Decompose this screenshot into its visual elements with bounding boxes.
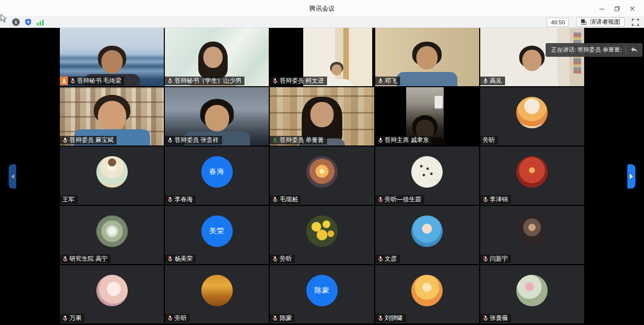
- security-shield-icon[interactable]: [24, 18, 32, 26]
- window-controls: [594, 0, 640, 17]
- participant-avatar-photo: [201, 275, 233, 306]
- fullscreen-icon[interactable]: [632, 19, 639, 26]
- participant-name: 研究生院 高宁: [69, 255, 108, 263]
- participant-tile[interactable]: 答辩委员 张贵祥: [165, 87, 269, 146]
- participant-tile[interactable]: 旁听: [480, 87, 584, 146]
- previous-page-button[interactable]: [9, 164, 16, 189]
- participant-name: 李泽锦: [490, 196, 508, 203]
- meeting-timer: 49:50: [547, 18, 569, 27]
- participant-tile[interactable]: 旁听: [165, 265, 269, 323]
- participant-tile[interactable]: 答辩委员 麻宝斌: [60, 87, 164, 146]
- meeting-window: 腾讯会议 i: [0, 0, 644, 325]
- participant-tile[interactable]: 研究生院 高宁: [60, 206, 164, 264]
- mic-muted-icon: [62, 315, 68, 321]
- participant-nameplate: 答辩秘书 毛琦梁: [60, 77, 124, 85]
- mic-speaking-icon: [272, 137, 278, 143]
- participant-name: 答辩委员 张贵祥: [174, 136, 219, 144]
- participant-name: 答辩主席 戚聿东: [385, 136, 429, 144]
- participant-avatar-photo: [306, 156, 338, 188]
- speaker-view-label: 演讲者视图: [590, 18, 620, 26]
- participant-tile[interactable]: 万果: [60, 265, 164, 323]
- participant-avatar-photo: [306, 215, 338, 247]
- participant-tile[interactable]: 张蔷薇: [480, 265, 584, 323]
- network-signal-icon[interactable]: [37, 19, 44, 26]
- participant-name: 刘骁啸: [385, 314, 403, 322]
- participant-name: 李春海: [174, 196, 193, 203]
- participant-name: 陈蒙: [279, 314, 292, 322]
- mic-on-icon: [167, 137, 173, 143]
- participant-tile[interactable]: 闫新宇: [480, 206, 584, 264]
- participant-nameplate: 李春海: [165, 195, 196, 204]
- participant-nameplate: 高见: [480, 77, 505, 85]
- reply-arrow-icon[interactable]: [630, 47, 638, 53]
- next-page-button[interactable]: [627, 164, 635, 189]
- mic-muted-icon: [272, 78, 278, 84]
- participant-tile[interactable]: 旁听—徐生霞: [375, 147, 479, 205]
- mic-muted-icon: [62, 256, 68, 262]
- participant-name: 答辩秘书 毛琦梁: [77, 77, 121, 85]
- participant-tile[interactable]: 陈蒙陈蒙: [270, 265, 374, 323]
- speaker-view-layout-icon: [581, 19, 587, 25]
- participant-name: 旁听: [483, 136, 495, 144]
- participant-nameplate: 李泽锦: [480, 195, 511, 204]
- participant-avatar-photo: [411, 215, 443, 247]
- participant-nameplate: 答辩委员 麻宝斌: [60, 136, 117, 145]
- participant-tile[interactable]: 邓飞: [375, 28, 479, 86]
- toast-divider: [626, 46, 626, 54]
- mic-muted-icon: [272, 256, 278, 262]
- participant-nameplate: 答辩主席 戚聿东: [375, 136, 432, 145]
- participant-nameplate: 陈蒙: [270, 314, 295, 322]
- participant-nameplate: 研究生院 高宁: [60, 255, 111, 263]
- participant-tile[interactable]: 旁听: [270, 206, 374, 264]
- participant-tile[interactable]: 王军: [60, 147, 164, 205]
- info-icon[interactable]: i: [12, 18, 20, 26]
- mic-muted-icon: [167, 78, 173, 84]
- mic-muted-icon: [483, 196, 488, 203]
- participant-nameplate: 旁听: [270, 255, 295, 263]
- participant-avatar-initials: 美荣: [201, 215, 233, 247]
- chevron-left-icon: [11, 174, 14, 179]
- mic-on-icon: [378, 78, 383, 84]
- participant-nameplate: 张蔷薇: [480, 314, 511, 322]
- participant-name: 张蔷薇: [490, 314, 508, 322]
- participant-tile[interactable]: 答辩秘书（学生）山少男: [165, 28, 269, 86]
- mic-muted-icon: [167, 315, 173, 321]
- close-button[interactable]: [625, 0, 640, 17]
- participant-tile[interactable]: 美荣杨美荣: [165, 206, 269, 264]
- restore-button[interactable]: [610, 0, 625, 17]
- mic-muted-icon: [272, 196, 278, 203]
- participant-tile[interactable]: 答辩委员 柯文进: [270, 28, 374, 86]
- participant-tile[interactable]: 答辩委员 单菁菁: [270, 87, 374, 146]
- participant-avatar-photo: [411, 156, 443, 188]
- minimize-button[interactable]: [594, 0, 610, 17]
- meeting-toolbar: i 49:50 演讲者视图: [0, 17, 644, 28]
- participant-name: 闫新宇: [490, 255, 508, 263]
- participant-tile[interactable]: 毛现桩: [270, 147, 374, 205]
- participant-nameplate: 刘骁啸: [375, 314, 406, 322]
- participant-name: 旁听: [174, 314, 187, 322]
- participant-tile[interactable]: 文彦: [375, 206, 479, 264]
- mic-muted-icon: [378, 256, 383, 262]
- participant-tile[interactable]: 答辩主席 戚聿东: [375, 87, 479, 146]
- participant-avatar-photo: [516, 275, 548, 306]
- participant-tile[interactable]: 高见: [480, 28, 584, 86]
- mic-muted-icon: [70, 78, 76, 84]
- participant-nameplate: 文彦: [375, 255, 400, 263]
- mouse-cursor: [1, 14, 7, 23]
- participant-nameplate: 答辩委员 张贵祥: [165, 136, 222, 145]
- window-title: 腾讯会议: [309, 5, 335, 13]
- participant-tile[interactable]: 答辩秘书 毛琦梁: [60, 28, 164, 86]
- participant-name: 旁听: [279, 255, 292, 263]
- mic-muted-icon: [483, 256, 488, 262]
- participant-tile[interactable]: 刘骁啸: [375, 265, 479, 323]
- participant-name: 万果: [69, 314, 82, 322]
- participant-name: 答辩委员 柯文进: [279, 77, 324, 85]
- participant-name: 答辩委员 麻宝斌: [69, 136, 114, 144]
- speaker-view-button[interactable]: 演讲者视图: [576, 17, 625, 27]
- participant-tile[interactable]: 李泽锦: [480, 147, 584, 205]
- participant-avatar-photo: [516, 97, 548, 128]
- participant-tile[interactable]: 春海李春海: [165, 147, 269, 205]
- mic-on-icon: [378, 137, 383, 143]
- participant-name: 邓飞: [385, 77, 397, 85]
- participant-avatar-photo: [96, 275, 128, 306]
